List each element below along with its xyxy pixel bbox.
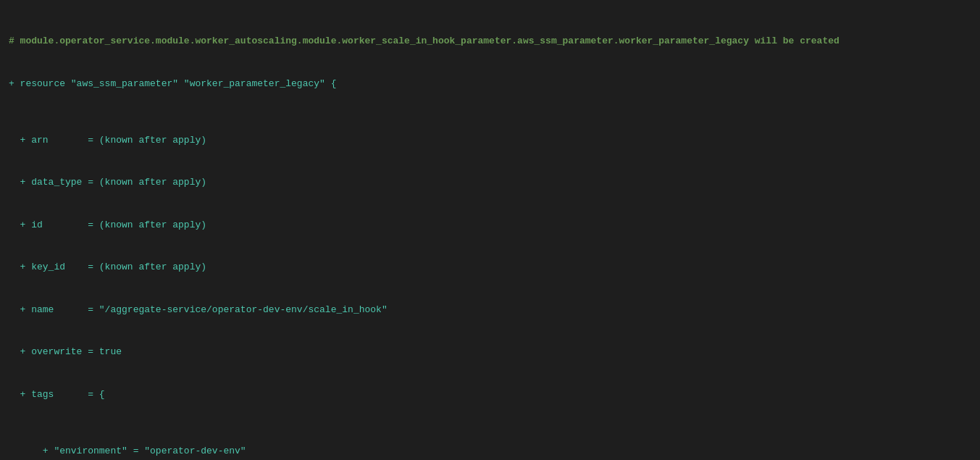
field-tags-open: + tags = {	[9, 388, 971, 402]
comment-line: # module.operator_service.module.worker_…	[9, 34, 971, 49]
field-data-type: + data_type = (known after apply)	[9, 175, 971, 190]
comment-text: # module.operator_service.module.worker_…	[9, 35, 839, 46]
field-arn: + arn = (known after apply)	[9, 133, 971, 148]
resource-line: + resource "aws_ssm_parameter" "worker_p…	[9, 77, 971, 91]
field-key-id: + key_id = (known after apply)	[9, 260, 971, 275]
field-name: + name = "/aggregate-service/operator-de…	[9, 303, 971, 317]
field-overwrite: + overwrite = true	[9, 345, 971, 359]
terminal-output: # module.operator_service.module.worker_…	[0, 0, 980, 460]
field-id: + id = (known after apply)	[9, 218, 971, 233]
tag-environment: + "environment" = "operator-dev-env"	[9, 444, 971, 459]
